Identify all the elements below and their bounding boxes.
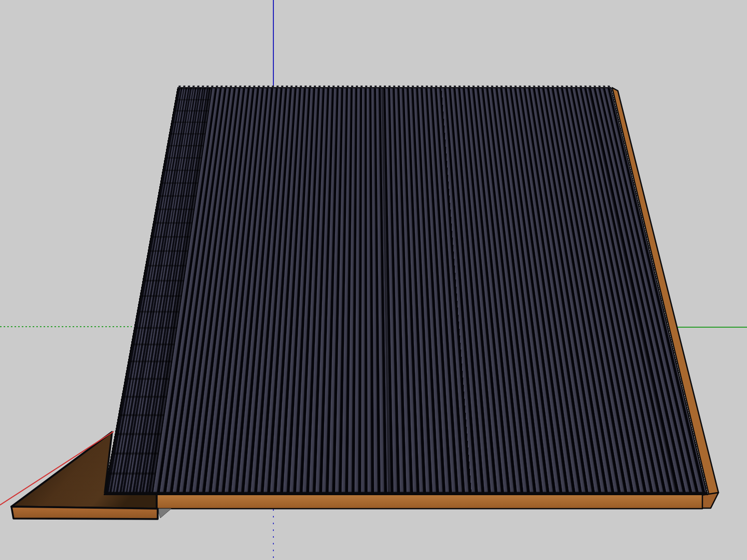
deck-front-edge[interactable] bbox=[157, 494, 702, 509]
roof-tile-panel[interactable] bbox=[104, 87, 708, 495]
ground-board-front-edge[interactable] bbox=[11, 507, 158, 519]
deck-shadow bbox=[158, 509, 171, 518]
3d-viewport[interactable] bbox=[0, 0, 747, 560]
roof-tile-tips-row bbox=[178, 86, 611, 88]
roof-panel-seam bbox=[381, 88, 390, 492]
